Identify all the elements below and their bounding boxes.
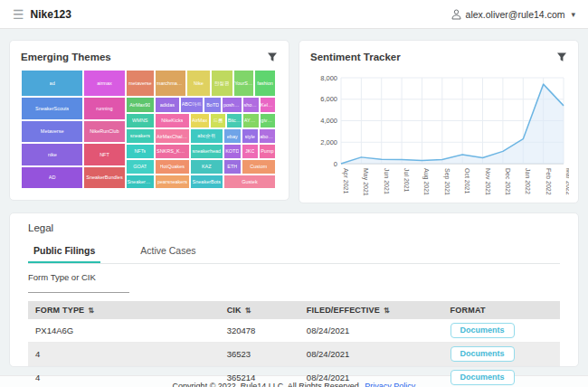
column-header[interactable]: CIK⇅	[220, 301, 299, 319]
documents-button[interactable]: Documents	[450, 346, 515, 362]
treemap-tile[interactable]: SneakerBots	[190, 175, 223, 190]
treemap-tile[interactable]: NFT	[83, 143, 125, 165]
treemap-tile-label: NikeKicks	[161, 118, 183, 123]
treemap-tile[interactable]: ebay	[223, 128, 242, 144]
treemap-tile[interactable]: ad	[21, 70, 83, 97]
treemap-tile-label: ETH	[227, 164, 237, 169]
treemap-tile[interactable]: Kela...	[260, 97, 276, 112]
treemap-tile-label: style	[245, 134, 255, 139]
tab-public-filings[interactable]: Public Filings	[28, 241, 100, 263]
treemap-tile-label: Gustek	[242, 179, 257, 184]
treemap-tile[interactable]: SneakerBundles	[83, 166, 125, 189]
treemap-tile[interactable]: ABC마트	[180, 97, 204, 112]
treemap-tile-label: SneakerFreakerFam	[127, 179, 153, 184]
x-tick-label: Sep 2021	[443, 168, 450, 195]
treemap-tile[interactable]: HotQuakes	[155, 159, 190, 175]
treemap-tile[interactable]: adidas	[155, 97, 180, 112]
treemap-tile[interactable]: BoTD	[204, 97, 223, 112]
sort-icon[interactable]: ⇅	[245, 307, 251, 315]
treemap-tile[interactable]: pearsneakers	[155, 175, 190, 190]
sentiment-tracker-panel: Sentiment Tracker 02,0004,0006,0008,000A…	[299, 40, 579, 203]
treemap-tile[interactable]: sneakerhead	[190, 144, 223, 159]
x-tick-label: Jul 2021	[403, 168, 410, 193]
treemap-tile-label: Metaverse	[41, 128, 64, 134]
treemap-tile-label: shop...	[243, 102, 258, 108]
treemap-tile[interactable]: Metaverse	[21, 120, 83, 143]
treemap-tile[interactable]: GOAT	[126, 159, 155, 175]
treemap-tile[interactable]: Bitcoin	[226, 113, 242, 129]
treemap-tile[interactable]: marchmadness	[155, 70, 186, 97]
filed-cell: 08/24/2021	[299, 343, 443, 366]
sort-icon[interactable]: ⇅	[88, 307, 94, 315]
treemap-tile[interactable]: nike	[21, 143, 83, 165]
y-tick-label: 4,000	[320, 117, 337, 125]
filings-table: FORM TYPE⇅CIK⇅FILED/EFFECTIVE⇅FORMAT PX1…	[28, 301, 560, 387]
tab-active-cases[interactable]: Active Cases	[135, 241, 201, 263]
treemap-tile[interactable]: NikeRunClub	[83, 120, 125, 143]
treemap-tile[interactable]: JKC	[242, 144, 259, 159]
treemap-tile[interactable]: AirMax90	[126, 97, 155, 112]
treemap-tile[interactable]: WMNS	[126, 113, 155, 128]
user-menu[interactable]: alex.oliver@rule14.com ▾	[451, 9, 575, 20]
documents-button[interactable]: Documents	[450, 370, 515, 385]
treemap-tile[interactable]: AirMaxChallenge	[155, 128, 190, 144]
treemap-tile-label: SneakerScouts	[35, 106, 69, 111]
treemap-tile[interactable]: sneakers	[126, 128, 155, 144]
treemap-tile-label: sneakers	[130, 133, 150, 138]
treemap-tile[interactable]: abc순위	[190, 128, 223, 144]
treemap-tile-label: marchmadness	[156, 80, 185, 86]
menu-icon[interactable]: ☰	[13, 8, 24, 21]
treemap-tile[interactable]: fashion	[254, 70, 276, 97]
treemap-tile-label: NFT	[100, 152, 109, 157]
y-tick-label: 6,000	[320, 95, 337, 103]
treemap-tile[interactable]: ETH	[223, 159, 242, 175]
sort-icon[interactable]: ⇅	[384, 307, 390, 315]
treemap-tile[interactable]: Nike	[186, 70, 211, 97]
treemap-tile[interactable]: KAZ	[190, 159, 223, 175]
format-cell: Documents	[443, 319, 560, 343]
treemap-tile[interactable]: style	[242, 128, 259, 144]
treemap-tile[interactable]: poshmark	[222, 97, 242, 112]
treemap-tile[interactable]: abonnart	[259, 128, 276, 144]
filter-icon[interactable]	[267, 52, 278, 62]
treemap-tile[interactable]: SneakerFreakerFam	[126, 175, 155, 190]
privacy-policy-link[interactable]: Privacy Policy	[365, 382, 415, 387]
y-tick-label: 0	[334, 160, 337, 168]
treemap-tile[interactable]: metaverse	[126, 70, 155, 97]
treemap-tile-label: 드롭	[213, 118, 223, 124]
brand-name: Nike123	[31, 8, 71, 21]
treemap-tile[interactable]: AD	[21, 166, 83, 189]
area-fill	[341, 84, 564, 164]
treemap-tile[interactable]: AirMax	[190, 113, 210, 129]
treemap-tile-label: adidas	[160, 102, 175, 108]
treemap-tile[interactable]: NikeKicks	[155, 113, 190, 129]
documents-button[interactable]: Documents	[450, 323, 515, 338]
treemap-tile[interactable]: KOTD	[223, 144, 242, 159]
treemap-tile[interactable]: NFTs	[126, 144, 155, 159]
form-type-cik-label: Form Type or CIK	[28, 272, 129, 282]
treemap-tile[interactable]: AYRAB	[242, 113, 260, 129]
form-type-cik-underline[interactable]	[28, 282, 129, 293]
treemap-tile[interactable]: Custom	[242, 159, 276, 175]
treemap-tile-label: AYRAB	[244, 118, 259, 123]
treemap-tile[interactable]: 한정판	[211, 70, 233, 97]
treemap-tile[interactable]: giveaway	[260, 113, 276, 129]
treemap-tile[interactable]: SNKRS_KR_KO	[155, 144, 190, 159]
table-row: 43652308/24/2021Documents	[28, 343, 560, 366]
form-type-cell: 4	[28, 343, 220, 366]
treemap-tile[interactable]: Pump	[259, 144, 276, 159]
treemap-tile[interactable]: 드롭	[210, 113, 227, 129]
form-type-cell: PX14A6G	[28, 319, 220, 343]
treemap-tile-label: pearsneakers	[157, 179, 187, 184]
column-header: FORMAT	[443, 301, 560, 319]
form-type-cik-input[interactable]: Form Type or CIK	[28, 272, 129, 293]
column-header[interactable]: FILED/EFFECTIVE⇅	[299, 301, 443, 319]
treemap-tile[interactable]: SneakerScouts	[21, 97, 83, 119]
treemap-tile[interactable]: airmax	[83, 70, 125, 97]
treemap-tile[interactable]: Gustek	[223, 175, 276, 190]
treemap-tile[interactable]: running	[83, 97, 125, 119]
treemap-tile[interactable]: shop...	[242, 97, 260, 112]
column-header[interactable]: FORM TYPE⇅	[28, 301, 220, 319]
filter-icon[interactable]	[556, 52, 567, 62]
treemap-tile[interactable]: YourSne...	[233, 70, 254, 97]
